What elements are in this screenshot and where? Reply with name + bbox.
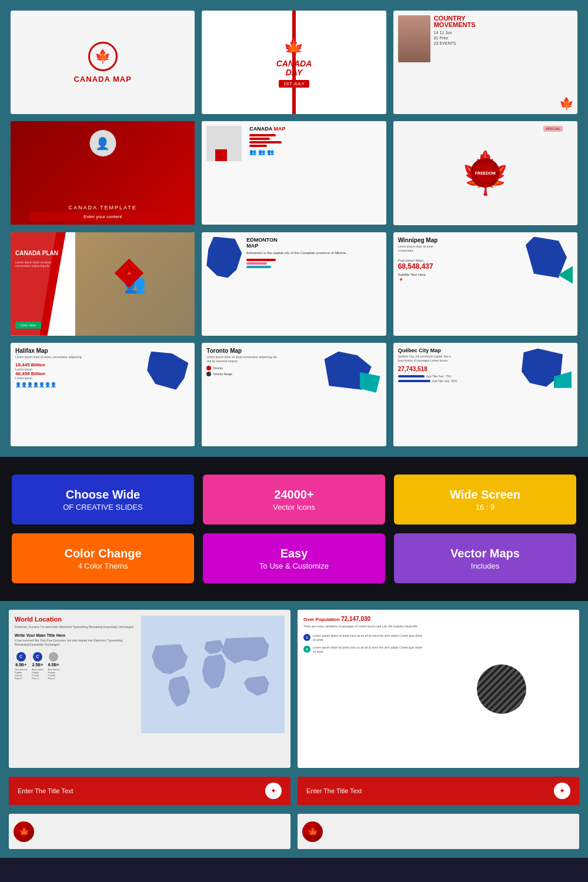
wpg-shapes [526,237,573,284]
people-photo: 👥 [75,232,195,336]
date-badge: 1ST JULY [279,80,309,88]
feature-vector-icons-main: 24000+ [274,488,313,501]
stats-row: C 8.5B+ GuaranteedSupplyClientsReport C … [15,652,136,680]
preview-section: World Location Centuries, but also I've … [0,601,588,777]
stat-2: C 2.5B+ AutomatedSupplyFacilityReport [32,652,43,680]
slide-6: 🍁 SPECIAL FREEDOM [393,121,577,225]
edmonton-bars [246,259,381,268]
feature-vector-icons-sub: Vector Icons [273,503,315,512]
stat-num-2: 2.5B+ [32,663,43,667]
hfx-shape [147,352,188,390]
stat-lines [249,134,381,147]
edmonton-title: EDMONTON MAP [246,237,381,249]
country-subtitle: MOVEMENTS [434,22,573,28]
stat-circle-3 [49,652,58,662]
stat-circle-1: C [16,652,26,662]
map-gray [206,126,242,161]
stat-num-1: 8.5B+ [15,663,26,667]
profile-circle: 👤 [89,130,116,156]
more-desc: It has survived Not Only Five Centuries,… [15,639,136,647]
wpg-main-shape [526,237,567,278]
stat-3: 6.5B+ AutomatedSupplyFacilityReport [48,652,59,680]
quebec-map-shape [522,349,574,393]
svg-point-4 [490,667,513,681]
canada-day-text: CANADA DAY [276,59,312,78]
features-grid: Choose Wide OF CREATIVE SLIDES 24000+ Ve… [12,475,576,583]
footer-bar-right: Enter The Title Text ✦ [298,777,579,805]
toronto-desc: Lorem ipsum dolor sit amet consectetur a… [206,355,277,363]
people-icons: 👥 👥 👥 [249,149,381,155]
pop-desc: There are many variations of passages of… [303,624,425,629]
features-section: Choose Wide OF CREATIVE SLIDES 24000+ Ve… [0,457,588,601]
feature-vector-maps-main: Vector Maps [450,547,520,560]
qbc-bar-2-val: 80% [452,379,457,383]
toronto-teal-shape [360,372,380,393]
bottom-slide-right: 🍁 [298,814,579,849]
feature-wide-screen-sub: 16 : 9 [476,503,495,512]
stat-num-3: 6.5B+ [48,663,59,667]
spiral-container [475,663,528,716]
world-map-bg [141,616,285,733]
stat-circle-2: C [33,652,42,662]
toronto-range-label: Toronto Range [213,372,232,376]
edmonton-map-shape [206,237,242,278]
slide-3: COUNTRY MOVEMENTS 14 11 Jun 01 Free 23 E… [393,11,577,114]
diamond-inner: 🍁 [127,271,131,275]
footer-bar-right-text: Enter The Title Text [306,787,362,794]
feature-color-change-sub: 4 Color Thems [78,562,128,570]
preview-world-location: World Location Centuries, but also I've … [9,610,290,768]
plan-subtitle: Lorem ipsum dolor sit amet, consectetur … [15,260,56,268]
edmonton-info: EDMONTON MAP Edmonton is the capital cit… [246,237,381,269]
slide-12: Québec City Map Québec City, the provinc… [393,343,577,446]
leaf-top-icon: 🍁 [283,38,304,57]
slide-10: Halifax Map Lorem ipsum dolor sit amet, … [11,343,195,446]
stat-1: C 8.5B+ GuaranteedSupplyClientsReport [15,652,27,680]
feature-vector-maps: Vector Maps Includes [394,533,576,583]
winnipeg-map-shape [526,237,573,284]
pop-num-big: 72,147,030 [341,616,370,622]
feature-vector-icons: 24000+ Vector Icons [203,475,385,524]
canada-map-shape [206,126,245,164]
pop-item-2-num: 2 [303,646,310,653]
pop-item-2: 2 Lorem ipsum doleri sit amet cons as do… [303,646,425,654]
circle-logo-left: 🍁 [14,821,34,842]
stat-sub-2: AutomatedSupplyFacilityReport [32,668,43,680]
qbc-bar-1 [398,375,425,377]
maple-logo: 🍁 [88,42,118,71]
stat-sub-3: AutomatedSupplyFacilityReport [48,668,59,680]
circle-logo-right: 🍁 [302,821,323,842]
bottom-slide-left: 🍁 [9,814,290,849]
quebec-desc: Québec City, the provincial capital, has… [398,355,457,363]
feature-wide-screen-main: Wide Screen [450,488,520,501]
bottom-slides: 🍁 🍁 [0,814,588,858]
person-photo [398,15,430,62]
qbc-bar-2 [398,380,430,382]
footer-bar-left-text: Enter The Title Text [18,787,73,794]
world-map-svg [141,616,285,733]
feature-vector-maps-sub: Includes [471,562,499,570]
winnipeg-desc: Lorem ipsum dolor sit amet consectetur. [398,245,445,253]
world-right-col [141,616,285,762]
toronto-dot-2 [206,372,211,376]
write-title: Write Your Main Title Here [15,633,136,637]
preview-population: Over Population 72,147,030 There are man… [298,610,579,768]
feature-choose-wide: Choose Wide OF CREATIVE SLIDES [12,475,194,524]
canada-star-right: ✦ [554,783,570,799]
slide-4: 👤 CANADA TEMPLATE Enter your content [11,121,195,225]
feature-color-change: Color Change 4 Color Thems [12,533,194,583]
slide-5: CANADA MAP 👥 👥 👥 [202,121,386,225]
plan-button[interactable]: Click Here [15,322,41,329]
slide-11: Toronto Map Lorem ipsum dolor sit amet c… [202,343,386,446]
country-info: COUNTRY MOVEMENTS 14 11 Jun 01 Free 23 E… [430,15,573,46]
world-left-col: World Location Centuries, but also I've … [15,616,136,762]
stat-sub-1: GuaranteedSupplyClientsReport [15,668,27,680]
world-desc: Centuries, but also I've seen their Elec… [15,625,136,630]
world-title: World Location [15,616,136,623]
feature-easy: Easy To Use & Customize [203,533,385,583]
pop-item-2-text: Lorem ipsum doleri sit amet cons as do e… [313,646,425,654]
slide5-info: CANADA MAP 👥 👥 👥 [247,126,381,155]
toronto-dot [206,366,211,370]
toronto-map-shape [325,349,383,396]
pop-item-1: 1 Lorem Ipsum doleri sit amet cons as do… [303,634,425,643]
toronto-marker-label: Toronto [213,366,223,370]
